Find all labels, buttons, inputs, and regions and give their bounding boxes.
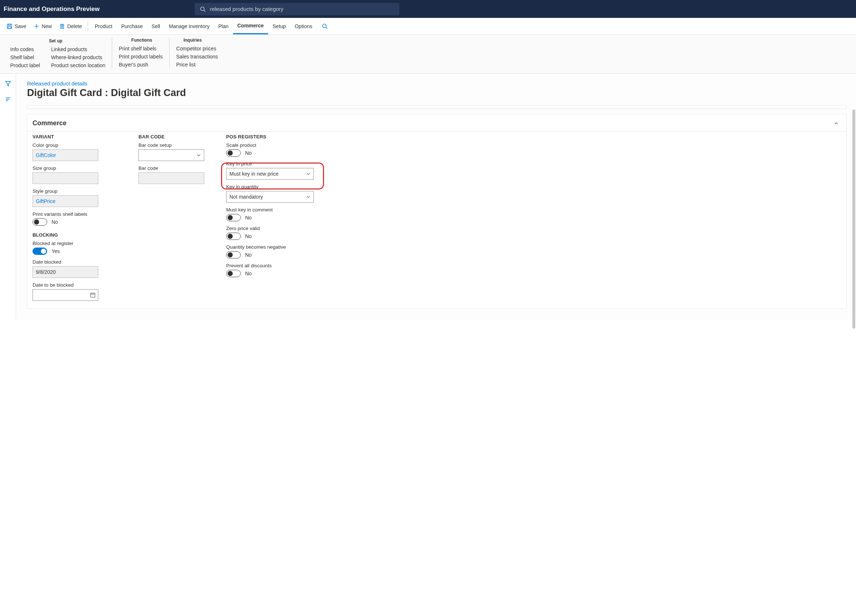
- trash-icon: [59, 23, 65, 29]
- select-key-in-quantity[interactable]: Not mandatory: [226, 191, 314, 203]
- delete-button[interactable]: Delete: [55, 18, 86, 34]
- save-button[interactable]: Save: [3, 18, 30, 34]
- tab-setup[interactable]: Setup: [268, 18, 291, 34]
- label-prevent-discounts: Prevent all discounts: [226, 263, 328, 268]
- toggle-print-variants[interactable]: [32, 218, 47, 226]
- main-content: Released product details Digital Gift Ca…: [16, 74, 856, 320]
- ribbon-link-product-label[interactable]: Product label: [10, 63, 40, 68]
- col-heading-barcode: BAR CODE: [139, 134, 211, 140]
- toggle-must-key-comment[interactable]: [226, 214, 241, 221]
- tab-sell[interactable]: Sell: [147, 18, 165, 34]
- tab-plan[interactable]: Plan: [214, 18, 233, 34]
- toggle-value-prevent: No: [245, 270, 252, 277]
- section-title: Commerce: [32, 120, 66, 127]
- tab-purchase[interactable]: Purchase: [117, 18, 147, 34]
- label-style-group: Style group: [32, 188, 124, 194]
- col-heading-variant: VARIANT: [32, 134, 124, 140]
- column-variant: VARIANT Color group GiftColor Size group…: [32, 134, 124, 301]
- ribbon-link-buyers-push[interactable]: Buyer's push: [119, 62, 163, 68]
- tab-product[interactable]: Product: [90, 18, 117, 34]
- filter-icon[interactable]: [5, 80, 11, 88]
- label-key-in-quantity: Key in quantity: [226, 184, 328, 189]
- chevron-up-icon: [834, 121, 839, 126]
- toggle-qty-negative[interactable]: [226, 251, 241, 258]
- svg-rect-3: [8, 24, 11, 26]
- breadcrumb-link[interactable]: Released product details: [27, 80, 847, 86]
- ribbon-link-price-list[interactable]: Price list: [176, 62, 218, 68]
- label-date-to-be-blocked: Date to be blocked: [32, 282, 124, 288]
- ribbon-link-info-codes[interactable]: Info codes: [10, 46, 40, 52]
- ribbon-link-linked-products[interactable]: Linked products: [51, 46, 106, 52]
- ribbon-group-header: Inquiries: [176, 38, 218, 43]
- svg-rect-7: [61, 25, 63, 29]
- ribbon-link-section-location[interactable]: Product section location: [51, 63, 106, 68]
- ribbon-group-inquiries: Inquiries Competitor prices Sales transa…: [169, 38, 224, 68]
- page-title: Digital Gift Card : Digital Gift Card: [27, 87, 847, 98]
- main-layout: Released product details Digital Gift Ca…: [0, 74, 856, 320]
- label-barcode-setup: Bar code setup: [139, 143, 211, 148]
- input-date-blocked[interactable]: 9/8/2020: [32, 266, 98, 278]
- app-header: Finance and Operations Preview released …: [0, 0, 856, 18]
- toggle-scale-product[interactable]: [226, 149, 241, 157]
- column-barcode: BAR CODE Bar code setup Bar code: [139, 134, 211, 301]
- collapsed-section-strip[interactable]: [27, 105, 847, 109]
- ribbon-link-shelf-label[interactable]: Shelf label: [10, 54, 40, 60]
- list-icon[interactable]: [5, 96, 11, 104]
- svg-line-1: [204, 10, 205, 12]
- svg-rect-4: [8, 27, 11, 29]
- label-scale-product: Scale product: [226, 143, 328, 148]
- label-date-blocked: Date blocked: [32, 259, 124, 265]
- input-barcode[interactable]: [139, 172, 204, 184]
- col-heading-blocking: BLOCKING: [32, 232, 124, 238]
- divider: [88, 21, 88, 31]
- toggle-zero-price-valid[interactable]: [226, 233, 241, 240]
- app-title: Finance and Operations Preview: [4, 6, 100, 13]
- label-size-group: Size group: [32, 165, 124, 171]
- label-barcode: Bar code: [139, 165, 211, 171]
- section-body: VARIANT Color group GiftColor Size group…: [28, 131, 846, 308]
- ribbon-link-sales-transactions[interactable]: Sales transactions: [176, 54, 218, 60]
- svg-marker-14: [6, 81, 11, 86]
- tab-options[interactable]: Options: [290, 18, 316, 34]
- scrollbar[interactable]: [852, 109, 855, 320]
- chevron-down-icon: [306, 172, 311, 176]
- toggle-value-comment: No: [245, 215, 252, 221]
- tab-manage-inventory[interactable]: Manage inventory: [165, 18, 214, 34]
- section-header[interactable]: Commerce: [28, 114, 846, 131]
- input-size-group[interactable]: [32, 172, 98, 184]
- toggle-value-blocked: Yes: [51, 248, 60, 254]
- calendar-icon: [90, 292, 96, 298]
- toggle-blocked-at-register[interactable]: [32, 247, 47, 255]
- tab-commerce[interactable]: Commerce: [233, 18, 268, 34]
- toggle-prevent-discounts[interactable]: [226, 270, 241, 277]
- input-style-group[interactable]: GiftPrice: [32, 195, 98, 207]
- ribbon-link-print-product[interactable]: Print product labels: [119, 54, 163, 60]
- search-icon: [200, 6, 206, 12]
- search-value: released products by category: [210, 6, 283, 12]
- toggle-value-zero: No: [245, 233, 252, 239]
- ribbon-link-where-linked[interactable]: Where-linked products: [51, 54, 106, 60]
- search-icon: [322, 23, 328, 29]
- new-button[interactable]: New: [30, 18, 55, 34]
- input-color-group[interactable]: GiftColor: [32, 149, 98, 161]
- toggle-value-print-variants: No: [51, 219, 58, 225]
- label-zero-price-valid: Zero price valid: [226, 226, 328, 231]
- ribbon-group-header: Set up: [48, 38, 63, 43]
- label-blocked-at-register: Blocked at register: [32, 241, 124, 246]
- ribbon-group-setup: Set up Info codes Shelf label Product la…: [4, 38, 112, 68]
- select-key-in-price[interactable]: Must key in new price: [226, 168, 314, 180]
- save-icon: [6, 23, 12, 29]
- ribbon-link-print-shelf[interactable]: Print shelf labels: [119, 46, 163, 51]
- label-qty-negative: Quantity becomes negative: [226, 244, 328, 250]
- select-barcode-setup[interactable]: [139, 149, 204, 161]
- global-search-input[interactable]: released products by category: [195, 3, 399, 15]
- label-must-key-comment: Must key in comment: [226, 207, 328, 212]
- action-bar: Save New Delete Product Purchase Sell Ma…: [0, 18, 856, 35]
- col-heading-pos: POS REGISTERS: [226, 134, 328, 140]
- ribbon-search-button[interactable]: [317, 18, 333, 34]
- svg-point-0: [200, 7, 204, 11]
- label-print-variants: Print variants shelf labels: [32, 211, 124, 217]
- ribbon-link-competitor-prices[interactable]: Competitor prices: [176, 46, 218, 51]
- input-date-to-be-blocked[interactable]: [32, 289, 98, 301]
- column-pos-registers: POS REGISTERS Scale product No Key in pr…: [226, 134, 328, 301]
